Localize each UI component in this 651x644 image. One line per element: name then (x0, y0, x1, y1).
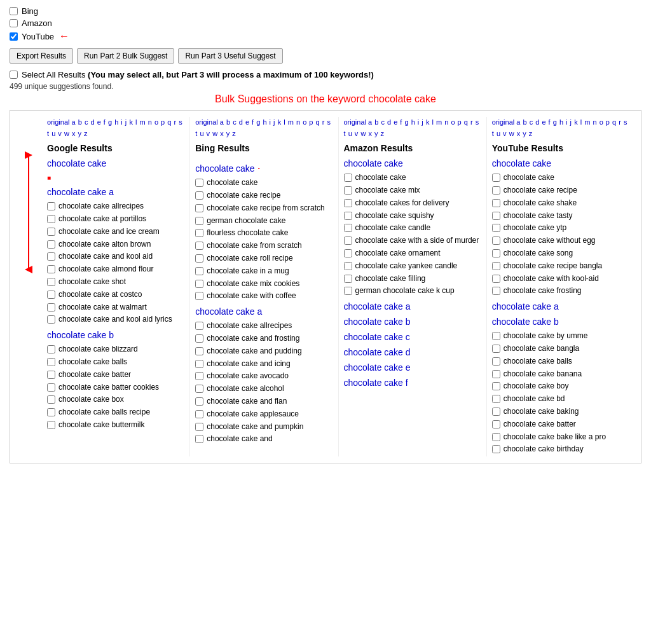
select-all-checkbox[interactable] (10, 71, 18, 79)
amazon-alpha-x[interactable]: x (368, 130, 372, 137)
item-checkbox[interactable] (195, 397, 203, 406)
google-alpha-z[interactable]: z (84, 130, 88, 137)
item-checkbox[interactable] (195, 217, 203, 225)
google-top-link[interactable]: chocolate cake (47, 158, 184, 168)
checkbox-youtube[interactable] (10, 32, 18, 41)
item-checkbox[interactable] (344, 186, 352, 195)
amazon-section-a-title[interactable]: chocolate cake a (344, 301, 481, 312)
youtube-alpha-w[interactable]: w (509, 130, 514, 137)
google-alpha-p[interactable]: p (161, 118, 165, 126)
item-checkbox[interactable] (492, 420, 500, 428)
amazon-alpha-q[interactable]: q (464, 118, 468, 126)
amazon-section-f-title[interactable]: chocolate cake f (344, 378, 481, 388)
item-checkbox[interactable] (344, 249, 352, 257)
youtube-alpha-u[interactable]: u (497, 130, 500, 137)
item-checkbox[interactable] (47, 265, 55, 273)
item-checkbox[interactable] (47, 278, 55, 286)
bing-alpha-t[interactable]: t (195, 130, 197, 137)
item-checkbox[interactable] (492, 275, 500, 283)
google-section-b-title[interactable]: chocolate cake b (47, 330, 184, 340)
item-checkbox[interactable] (344, 174, 352, 182)
amazon-alpha-k[interactable]: k (426, 118, 430, 126)
amazon-top-link[interactable]: chocolate cake (344, 158, 481, 168)
youtube-alpha-t[interactable]: t (492, 130, 494, 137)
youtube-alpha-m[interactable]: m (584, 118, 590, 126)
item-checkbox[interactable] (492, 433, 500, 441)
youtube-alpha-j[interactable]: j (570, 118, 572, 126)
item-checkbox[interactable] (47, 202, 55, 210)
item-checkbox[interactable] (47, 421, 55, 429)
bing-alpha-s[interactable]: s (327, 118, 331, 126)
item-checkbox[interactable] (492, 357, 500, 366)
amazon-section-e-title[interactable]: chocolate cake e (344, 362, 481, 373)
google-section-a-title[interactable]: chocolate cake a (47, 187, 184, 197)
bing-alpha-f[interactable]: f (252, 118, 254, 126)
item-checkbox[interactable] (47, 408, 55, 416)
bing-alpha-c[interactable]: c (233, 118, 236, 126)
amazon-alpha-t[interactable]: t (344, 130, 346, 137)
amazon-alpha-c[interactable]: c (381, 118, 385, 126)
checkbox-bing[interactable] (10, 7, 18, 15)
item-checkbox[interactable] (492, 408, 500, 416)
youtube-alpha-l[interactable]: l (580, 118, 582, 126)
youtube-alpha-g[interactable]: g (553, 118, 557, 126)
bing-alpha-y[interactable]: y (226, 130, 230, 137)
amazon-alpha-a[interactable]: a (368, 118, 372, 126)
google-alpha-w[interactable]: w (64, 130, 69, 137)
item-checkbox[interactable] (47, 315, 55, 324)
item-checkbox[interactable] (344, 236, 352, 245)
amazon-alpha-z[interactable]: z (381, 130, 385, 137)
youtube-alpha-d[interactable]: d (535, 118, 539, 126)
item-checkbox[interactable] (492, 212, 500, 220)
item-checkbox[interactable] (195, 179, 203, 187)
bing-alpha-e[interactable]: e (245, 118, 249, 126)
amazon-alpha-e[interactable]: e (394, 118, 397, 126)
item-checkbox[interactable] (344, 224, 352, 232)
bing-alpha-k[interactable]: k (278, 118, 282, 126)
youtube-alpha-a[interactable]: a (516, 118, 520, 126)
google-alpha-h[interactable]: h (114, 118, 118, 126)
item-checkbox[interactable] (492, 224, 500, 232)
google-alpha-k[interactable]: k (129, 118, 133, 126)
google-alpha-a[interactable]: a (72, 118, 76, 126)
amazon-alpha-v[interactable]: v (355, 130, 359, 137)
youtube-top-link[interactable]: chocolate cake (492, 158, 629, 168)
item-checkbox[interactable] (344, 262, 352, 270)
bing-alpha-q[interactable]: q (316, 118, 320, 126)
checkbox-amazon[interactable] (10, 19, 18, 27)
google-alpha-m[interactable]: m (139, 118, 145, 126)
youtube-section-a-title[interactable]: chocolate cake a (492, 301, 629, 312)
item-checkbox[interactable] (47, 371, 55, 379)
item-checkbox[interactable] (492, 287, 500, 295)
youtube-alpha-h[interactable]: h (559, 118, 563, 126)
google-alpha-l[interactable]: l (135, 118, 137, 126)
bing-alpha-o[interactable]: o (303, 118, 306, 126)
google-alpha-r[interactable]: r (174, 118, 176, 126)
amazon-alpha-u[interactable]: u (348, 130, 352, 137)
item-checkbox[interactable] (195, 372, 203, 380)
bing-section-a-title[interactable]: chocolate cake a (195, 306, 332, 317)
item-checkbox[interactable] (492, 262, 500, 270)
youtube-alpha-o[interactable]: o (600, 118, 603, 126)
item-checkbox[interactable] (47, 303, 55, 312)
amazon-alpha-n[interactable]: n (444, 118, 448, 126)
amazon-section-b-title[interactable]: chocolate cake b (344, 317, 481, 327)
google-alpha-s[interactable]: s (179, 118, 182, 126)
bing-alpha-p[interactable]: p (309, 118, 313, 126)
item-checkbox[interactable] (492, 249, 500, 257)
item-checkbox[interactable] (492, 445, 500, 453)
google-alpha-o[interactable]: o (154, 118, 158, 126)
item-checkbox[interactable] (47, 228, 55, 236)
youtube-alpha-i[interactable]: i (566, 118, 567, 126)
bing-alpha-a[interactable]: a (220, 118, 224, 126)
item-checkbox[interactable] (195, 410, 203, 418)
google-alpha-i[interactable]: i (121, 118, 122, 126)
amazon-section-d-title[interactable]: chocolate cake d (344, 347, 481, 357)
amazon-alpha-b[interactable]: b (374, 118, 378, 126)
item-checkbox[interactable] (47, 395, 55, 404)
bing-alpha-n[interactable]: n (296, 118, 300, 126)
item-checkbox[interactable] (195, 242, 203, 250)
item-checkbox[interactable] (492, 332, 500, 340)
google-alpha-e[interactable]: e (97, 118, 101, 126)
export-results-button[interactable]: Export Results (10, 48, 73, 64)
